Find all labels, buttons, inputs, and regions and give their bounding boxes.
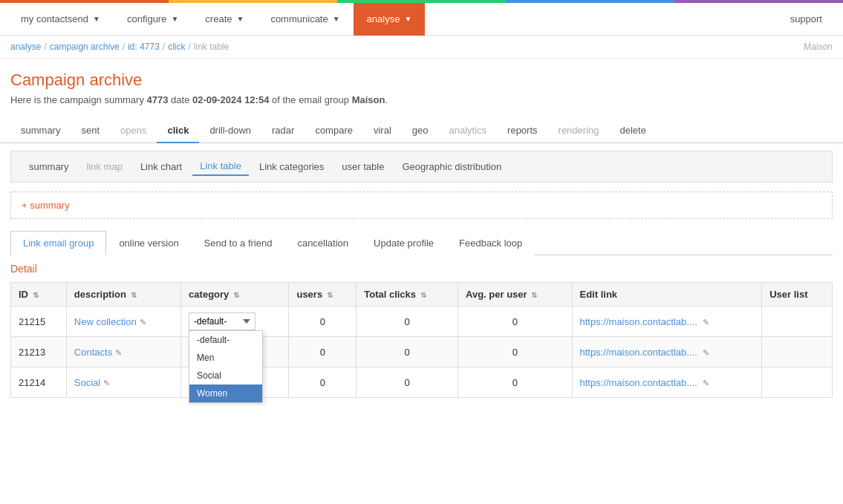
cell-edit-link: https://maison.contactlab.... ✎ [572,307,762,337]
cell-total-clicks: 0 [357,307,458,337]
external-link-icon[interactable]: ✎ [700,379,709,387]
cell-user-list [762,337,833,367]
tab-sent[interactable]: sent [71,119,110,143]
tab-reports[interactable]: reports [497,119,547,143]
col-edit-link: Edit link [572,283,762,307]
campaign-id: 4773 [147,94,169,105]
breadcrumb-analyse[interactable]: analyse [10,42,41,52]
tab-analytics: analytics [439,119,498,143]
nav-support[interactable]: support [777,13,836,24]
breadcrumb-sep-3: / [163,42,165,52]
link-tab-feedback-loop[interactable]: Feedback loop [446,231,535,255]
edit-link[interactable]: https://maison.contactlab.... [580,316,697,327]
sub-tab-link-table[interactable]: Link table [192,157,249,176]
summary-toggle[interactable]: + summary [22,200,821,211]
col-category[interactable]: category ⇅ [181,283,289,307]
sub-tab-geo-dist[interactable]: Geographic distribution [394,158,509,175]
link-tab-update-profile[interactable]: Update profile [361,231,446,255]
summary-section: + summary [10,192,833,219]
edit-link[interactable]: https://maison.contactlab.... [580,347,697,358]
external-link-icon[interactable]: ✎ [700,348,709,357]
external-link-icon[interactable]: ✎ [700,318,709,327]
cell-id: 21214 [11,367,67,398]
sub-tab-link-map: link map [79,158,129,175]
cell-user-list [762,367,833,398]
detail-label: Detail [10,255,833,279]
dropdown-popup: -default-MenSocialWomen [189,330,263,403]
nav-create[interactable]: create ▼ [192,3,257,36]
nav-communicate[interactable]: communicate ▼ [257,3,353,36]
link-tab-send-to-friend[interactable]: Send to a friend [192,231,285,255]
edit-description-icon[interactable]: ✎ [103,379,110,387]
description-link[interactable]: New collection [74,316,137,327]
tab-geo[interactable]: geo [402,119,439,143]
sort-icon-id: ⇅ [33,291,39,299]
sort-icon-total-clicks: ⇅ [420,291,426,299]
email-group: Maison [352,94,385,105]
sort-icon-description: ⇅ [131,291,137,299]
description-link[interactable]: Social [74,377,100,388]
nav-configure[interactable]: configure ▼ [114,3,192,36]
nav-arrow-communicate: ▼ [333,15,340,23]
data-table: ID ⇅ description ⇅ category ⇅ users ⇅ To… [10,282,833,398]
tab-drill-down[interactable]: drill-down [199,119,261,143]
dropdown-option[interactable]: Women [189,384,262,402]
cell-edit-link: https://maison.contactlab.... ✎ [572,337,762,367]
edit-description-icon[interactable]: ✎ [115,348,122,357]
col-id[interactable]: ID ⇅ [11,283,67,307]
cell-total-clicks: 0 [357,337,458,367]
breadcrumb-sep-2: / [123,42,125,52]
content-area: summary link map Link chart Link table L… [0,143,843,405]
dropdown-option[interactable]: -default- [189,331,262,349]
cell-total-clicks: 0 [357,367,458,398]
edit-link[interactable]: https://maison.contactlab.... [580,377,697,388]
dropdown-option[interactable]: Men [189,349,262,367]
link-tab-email-group[interactable]: Link email group [10,231,106,255]
category-select[interactable]: -default-MenSocialWomen [189,312,255,330]
tab-viral[interactable]: viral [363,119,402,143]
col-total-clicks[interactable]: Total clicks ⇅ [357,283,458,307]
cell-description: Contacts✎ [66,337,180,367]
sub-tab-link-chart[interactable]: Link chart [133,158,189,175]
dropdown-option[interactable]: Social [189,367,262,384]
edit-description-icon[interactable]: ✎ [140,318,146,327]
nav-arrow-my-contactsend: ▼ [93,15,100,23]
breadcrumb-click[interactable]: click [168,42,185,52]
cell-avg-per-user: 0 [458,367,573,398]
page-title: Campaign archive [10,71,833,90]
top-nav: my contactsend ▼ configure ▼ create ▼ co… [0,3,843,36]
nav-analyse[interactable]: analyse ▼ [354,3,426,36]
col-description[interactable]: description ⇅ [66,283,180,307]
tab-click[interactable]: click [157,119,199,143]
nav-arrow-analyse: ▼ [404,15,411,23]
sub-tab-summary[interactable]: summary [22,158,76,175]
breadcrumb-id[interactable]: id: 4773 [128,42,160,52]
tab-radar[interactable]: radar [261,119,305,143]
sort-icon-category: ⇅ [233,291,239,299]
description-link[interactable]: Contacts [74,347,112,358]
tab-summary[interactable]: summary [10,119,71,143]
nav-my-contactsend[interactable]: my contactsend ▼ [7,3,114,36]
breadcrumb: analyse / campaign archive / id: 4773 / … [0,36,843,59]
sort-icon-users: ⇅ [327,291,333,299]
tab-compare[interactable]: compare [305,119,363,143]
col-avg-per-user[interactable]: Avg. per user ⇅ [458,283,573,307]
sub-tab-link-categories[interactable]: Link categories [252,158,331,175]
campaign-date: 02-09-2024 12:54 [192,94,269,105]
cell-description: New collection✎ [66,307,180,337]
cell-users: 0 [289,307,357,337]
cell-users: 0 [289,337,357,367]
sub-tab-user-table[interactable]: user table [334,158,391,175]
breadcrumb-user: Maison [804,42,833,52]
main-tabs: summary sent opens click drill-down rada… [0,119,843,143]
breadcrumb-campaign-archive[interactable]: campaign archive [50,42,120,52]
cell-category: -default-MenSocialWomen-default-MenSocia… [181,307,289,337]
cell-avg-per-user: 0 [458,307,573,337]
nav-arrow-configure: ▼ [171,15,178,23]
cell-edit-link: https://maison.contactlab.... ✎ [572,367,762,398]
tab-delete[interactable]: delete [609,119,656,143]
col-users[interactable]: users ⇅ [289,283,357,307]
sub-tabs: summary link map Link chart Link table L… [10,151,833,183]
link-tab-online-version[interactable]: online version [106,231,191,255]
link-tab-cancellation[interactable]: cancellation [284,231,361,255]
